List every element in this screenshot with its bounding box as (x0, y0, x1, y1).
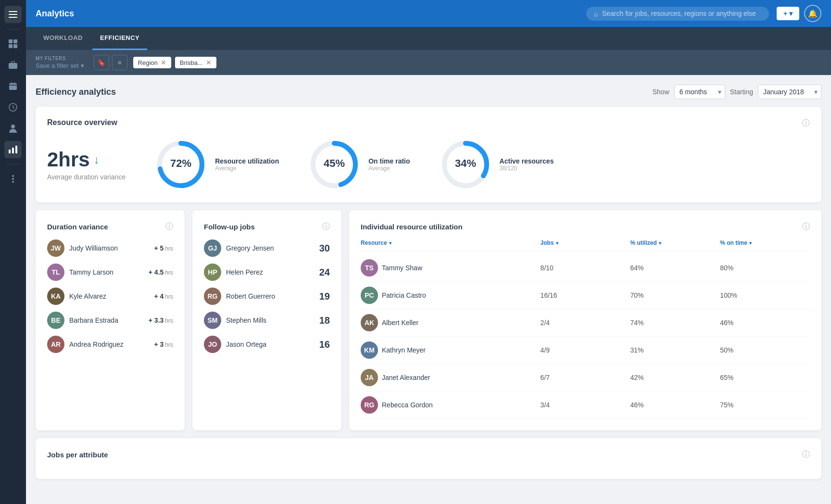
util-pct-cell: 31% (630, 346, 720, 354)
table-row: PC Patricia Castro 16/16 70% 100% (361, 282, 810, 309)
filter-tag-brisbane-remove[interactable]: ✕ (206, 59, 212, 66)
list-item: BE Barbara Estrada + 3.3 hrs (47, 312, 173, 329)
starting-select[interactable]: January 2018 February 2018 March 2018 (758, 85, 821, 99)
list-item: RG Robert Guerrero 19 (204, 288, 330, 305)
followup-count: 30 (319, 243, 330, 254)
util-jobs-cell: 8/10 (541, 264, 630, 272)
svg-point-18 (12, 181, 14, 183)
save-filter-set[interactable]: Save a filter set ▾ (36, 62, 84, 69)
svg-rect-0 (9, 11, 17, 12)
svg-text:34%: 34% (455, 157, 476, 169)
content-area: Efficiency analytics Show 6 months 3 mon… (26, 75, 831, 504)
table-row: JA Janet Alexander 6/7 42% 65% (361, 364, 810, 391)
util-pct-cell: 64% (630, 264, 720, 272)
sidebar-icon-analytics[interactable] (4, 141, 22, 158)
list-item: JO Jason Ortega 16 (204, 336, 330, 353)
duration-variance-list: JW Judy Williamson + 5 hrs TL Tammy Lars… (47, 239, 173, 353)
followup-jobs-panel-title: Follow-up jobs (204, 223, 255, 231)
on-time-ratio-label: On time ratio (368, 157, 410, 165)
duration-variance-metric: 2hrs ↓ Average duration variance (47, 148, 126, 181)
active-resources-label: Active resources (500, 157, 554, 165)
search-bar[interactable]: ⌕ (586, 7, 769, 21)
jobs-per-attribute-title: Jobs per attribute (47, 451, 108, 459)
followup-jobs-info-icon[interactable]: ⓘ (322, 222, 330, 232)
app-title: Analytics (36, 9, 579, 19)
filter-bookmark-button[interactable]: 🔖 (94, 55, 109, 70)
util-jobs-cell: 3/4 (541, 401, 630, 409)
filterbar: MY FILTERS Save a filter set ▾ 🔖 ≡ Regio… (26, 50, 831, 75)
table-row: AK Albert Keller 2/4 74% 46% (361, 309, 810, 337)
col-pct-on-time[interactable]: % on time ▾ (720, 239, 810, 246)
search-input[interactable] (602, 10, 761, 17)
notification-button[interactable]: 🔔 (804, 5, 821, 22)
sidebar (0, 0, 26, 504)
search-icon: ⌕ (594, 10, 598, 18)
avatar: AK (361, 314, 378, 331)
followup-count: 16 (319, 339, 330, 350)
sidebar-icon-calendar[interactable] (4, 77, 22, 95)
filter-tag-region-remove[interactable]: ✕ (161, 59, 166, 66)
avatar: KM (361, 341, 378, 359)
utilization-panel: Individual resource utilization ⓘ Resour… (349, 210, 821, 430)
avatar: GJ (204, 239, 221, 257)
util-pct-cell: 42% (630, 374, 720, 381)
followup-jobs-panel: Follow-up jobs ⓘ GJ Gregory Jensen 30 HP… (192, 210, 341, 430)
col-pct-utilized[interactable]: % utilized ▾ (630, 239, 720, 246)
sidebar-icon-dashboard[interactable] (4, 35, 22, 52)
util-ontime-cell: 80% (720, 264, 810, 272)
util-ontime-cell: 75% (720, 401, 810, 409)
starting-label: Starting (730, 88, 753, 96)
resource-overview-header: Resource overview ⓘ (47, 118, 810, 128)
utilization-table-header: Resource ▾ Jobs ▾ % utilized ▾ % on ti (361, 239, 810, 252)
page-title: Efficiency analytics (36, 87, 116, 97)
svg-rect-3 (9, 39, 13, 43)
sort-arrow-ontime: ▾ (749, 240, 752, 246)
topnav: Analytics ⌕ + ▾ 🔔 (26, 0, 831, 27)
tab-workload[interactable]: WORKLOAD (36, 27, 90, 50)
followup-count: 24 (319, 267, 330, 278)
utilization-panel-title: Individual resource utilization (361, 223, 463, 231)
duration-variance-panel: Duration variance ⓘ JW Judy Williamson +… (36, 210, 185, 430)
util-resource-cell: JA Janet Alexander (361, 369, 541, 386)
resource-name: Barbara Estrada (69, 316, 144, 324)
util-resource-cell: RG Rebecca Gordon (361, 396, 541, 414)
col-resource[interactable]: Resource ▾ (361, 239, 541, 246)
util-ontime-cell: 100% (720, 291, 810, 299)
resource-overview-title: Resource overview (47, 118, 117, 127)
svg-rect-13 (9, 150, 11, 153)
filter-list-button[interactable]: ≡ (112, 55, 127, 70)
util-jobs-cell: 2/4 (541, 319, 630, 327)
util-resource-cell: TS Tammy Shaw (361, 259, 541, 277)
resource-name: Stephen Mills (226, 316, 315, 324)
sidebar-icon-clock[interactable] (4, 99, 22, 116)
sidebar-icon-menu[interactable] (4, 6, 22, 23)
filter-tags: Region ✕ Brisba... ✕ (133, 57, 216, 68)
add-button[interactable]: + ▾ (777, 7, 799, 20)
sidebar-icon-briefcase[interactable] (4, 56, 22, 74)
util-ontime-cell: 50% (720, 346, 810, 354)
show-select[interactable]: 6 months 3 months 12 months (674, 85, 725, 99)
avatar: JA (361, 369, 378, 386)
svg-rect-14 (12, 148, 14, 153)
filter-tag-brisbane: Brisba... ✕ (175, 57, 216, 68)
resource-name: Robert Guerrero (226, 292, 315, 300)
duration-variance-info-icon[interactable]: ⓘ (165, 222, 173, 232)
list-item: JW Judy Williamson + 5 hrs (47, 239, 173, 257)
avatar: TL (47, 264, 64, 281)
sidebar-icon-more[interactable] (4, 170, 22, 188)
filter-tag-region: Region ✕ (133, 57, 171, 68)
sidebar-icon-person[interactable] (4, 120, 22, 137)
jobs-per-attribute-info-icon[interactable]: ⓘ (802, 450, 810, 460)
svg-rect-9 (11, 82, 12, 84)
util-jobs-cell: 16/16 (541, 291, 630, 299)
list-item: HP Helen Perez 24 (204, 264, 330, 281)
followup-count: 19 (319, 291, 330, 302)
resource-utilization-label: Resource utilization (215, 157, 279, 165)
resource-name: Andrea Rodriguez (69, 340, 149, 348)
resource-overview-info-icon[interactable]: ⓘ (802, 118, 810, 128)
tab-efficiency[interactable]: EFFICIENCY (92, 27, 147, 50)
col-jobs[interactable]: Jobs ▾ (541, 239, 630, 246)
list-item: AR Andrea Rodriguez + 3 hrs (47, 336, 173, 353)
utilization-info-icon[interactable]: ⓘ (802, 222, 810, 232)
active-resources-donut: 34% (439, 138, 492, 191)
